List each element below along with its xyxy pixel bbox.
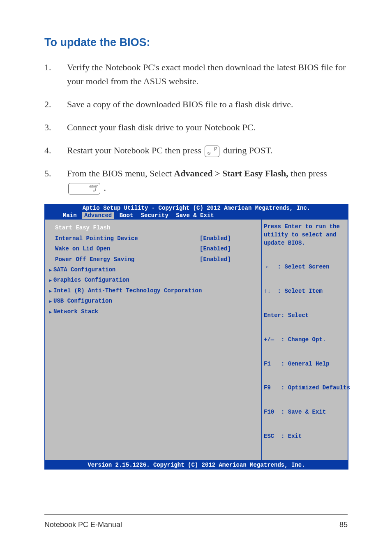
bios-row: Start Easy Flash (49, 223, 257, 233)
nav-line: F10 : Save & Exit (264, 408, 346, 416)
bios-nav-help: →← : Select Screen ↑↓ : Select Item Ente… (264, 247, 346, 456)
step-1: 1. Verify the Notebook PC's exact model … (44, 60, 348, 88)
nav-line: ESC : Exit (264, 433, 346, 441)
bios-side-panel: Press Enter to run the utility to select… (261, 220, 348, 460)
bios-title-bar: Aptio Setup Utility - Copyright (C) 2012… (44, 204, 348, 213)
nav-line: Enter: Select (264, 312, 346, 320)
step-number: 4. (44, 143, 67, 157)
bios-item-label: Graphics Configuration (55, 277, 257, 283)
step-text: From the BIOS menu, Select Advanced > St… (67, 167, 348, 194)
step-3: 3. Connect your flash disk drive to your… (44, 120, 348, 134)
step5-bold: Advanced > Start Easy Flash, (174, 168, 288, 178)
step5-post: . (104, 183, 106, 193)
step-number: 3. (44, 120, 67, 134)
bios-row: Network Stack (49, 307, 257, 317)
step-number: 2. (44, 97, 67, 111)
bios-item-value: [Enabled] (200, 246, 257, 252)
bios-row: USB Configuration (49, 296, 257, 306)
bios-body: Start Easy Flash Internal Pointing Devic… (44, 220, 348, 460)
step-number: 5. (44, 167, 67, 194)
step4-post: during POST. (223, 145, 273, 155)
step-text: Verify the Notebook PC's exact model the… (67, 60, 348, 88)
nav-line: ↑↓ : Select Item (264, 287, 346, 296)
bios-tab-advanced: Advanced (82, 212, 114, 219)
enter-key-icon: enter ↲ (68, 183, 100, 194)
bios-row: Graphics Configuration (49, 275, 257, 285)
bios-item-value: [Enabled] (200, 257, 257, 263)
keycap-symbol: ⎋ (208, 150, 210, 155)
bios-item-value: [Enabled] (200, 236, 257, 242)
step5-pre: From the BIOS menu, Select (67, 168, 174, 178)
bios-tab-main: Main (61, 212, 79, 219)
bios-version-footer: Version 2.15.1226. Copyright (C) 2012 Am… (44, 461, 348, 470)
step5-mid: then press (291, 168, 327, 178)
page-footer: Notebook PC E-Manual 85 (44, 514, 348, 529)
bios-row: SATA Configuration (49, 265, 257, 275)
bios-item-label: Power Off Energy Saving (55, 257, 200, 263)
bios-tab-boot: Boot (118, 212, 136, 219)
nav-line: F9 : Optimized Defaults (264, 384, 346, 392)
step-text: Connect your flash disk drive to your No… (67, 120, 348, 134)
nav-line: +/— : Change Opt. (264, 336, 346, 344)
step4-pre: Restart your Notebook PC then press (67, 145, 203, 155)
bios-item-label: Start Easy Flash (55, 225, 200, 231)
bios-row: Wake on Lid Open[Enabled] (49, 244, 257, 254)
bios-help-text: Press Enter to run the utility to select… (264, 223, 346, 247)
bios-item-label: Intel (R) Anti-Theft Technology Corporat… (55, 288, 257, 294)
bios-tab-save-exit: Save & Exit (174, 212, 216, 219)
keycap-label: f2 (214, 147, 217, 151)
footer-title: Notebook PC E-Manual (44, 521, 122, 529)
keycap-symbol: ↲ (92, 188, 97, 193)
bios-item-label: Network Stack (55, 309, 257, 315)
bios-tab-bar: Main Advanced Boot Security Save & Exit (44, 213, 348, 220)
f2-key-icon: f2 ⎋ (205, 146, 219, 157)
step-text: Restart your Notebook PC then press f2 ⎋… (67, 143, 348, 157)
nav-line: →← : Select Screen (264, 263, 346, 271)
bios-item-label: USB Configuration (55, 298, 257, 304)
bios-item-label: Internal Pointing Device (55, 236, 200, 242)
bios-item-label: Wake on Lid Open (55, 246, 200, 252)
bios-row: Internal Pointing Device[Enabled] (49, 234, 257, 244)
step-text: Save a copy of the downloaded BIOS file … (67, 97, 348, 111)
bios-row: Power Off Energy Saving[Enabled] (49, 255, 257, 265)
step-2: 2. Save a copy of the downloaded BIOS fi… (44, 97, 348, 111)
bios-item-value (200, 225, 257, 231)
section-heading: To update the BIOS: (44, 36, 348, 49)
bios-tab-security: Security (139, 212, 171, 219)
step-number: 1. (44, 60, 67, 88)
bios-row: Intel (R) Anti-Theft Technology Corporat… (49, 286, 257, 296)
footer-page-number: 85 (339, 521, 348, 529)
step-5: 5. From the BIOS menu, Select Advanced >… (44, 167, 348, 194)
step-4: 4. Restart your Notebook PC then press f… (44, 143, 348, 157)
bios-item-label: SATA Configuration (55, 267, 257, 273)
bios-screenshot: Aptio Setup Utility - Copyright (C) 2012… (44, 204, 348, 470)
nav-line: F1 : General Help (264, 360, 346, 368)
bios-main-panel: Start Easy Flash Internal Pointing Devic… (45, 220, 261, 460)
